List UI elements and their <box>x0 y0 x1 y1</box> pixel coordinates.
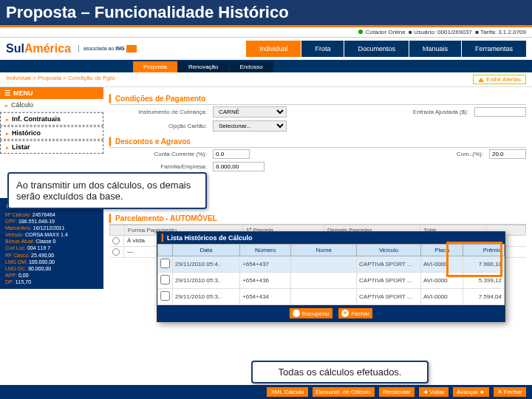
bottom-toolbar: XML Cálculo Demonst. de Cálculo Recalcul… <box>0 385 532 399</box>
sidebar: ☰ MENU Cálculo Inf. Contratuais Históric… <box>0 87 103 368</box>
ing-label: associada ao ING <box>78 45 137 52</box>
fechar-button[interactable]: ✕Fechar <box>338 308 372 318</box>
status-online: Cotador Online <box>366 29 406 35</box>
close-icon: ✕ <box>341 310 349 317</box>
status-user: Usuário: 0001/269037 <box>414 29 472 35</box>
exibir-alertas-button[interactable]: Exibir Alertas <box>473 75 526 84</box>
opcao-cartao-select[interactable]: Selecionar... <box>213 120 287 132</box>
alert-icon <box>478 78 484 82</box>
tab-documentos[interactable]: Documentos <box>344 41 409 57</box>
section-descontos: Descontos e Agravos <box>109 136 526 148</box>
demonst-button[interactable]: Demonst. de Cálculo <box>313 387 375 397</box>
logo-text: SulAmérica <box>6 42 71 55</box>
avancar-button[interactable]: Avançar ► <box>453 387 489 397</box>
status-tarifa: Tarifa: 3.1.2.0709 <box>480 29 526 35</box>
section-condicoes: Condições de Pagamento <box>109 93 526 105</box>
header: SulAmérica associada ao ING Individual F… <box>0 38 532 60</box>
menu-header: ☰ MENU <box>0 87 103 99</box>
tab-ferramentas[interactable]: Ferramentas <box>462 41 526 57</box>
tab-individual[interactable]: Individual <box>246 41 301 57</box>
row-checkbox[interactable] <box>160 275 170 284</box>
familia-input[interactable] <box>213 162 265 171</box>
seguro-panel: 🔒 SEGURO AUTOMÓVEL Nº Cálculo: 24576464C… <box>0 198 103 289</box>
com-label: Com.:(%): <box>451 151 489 157</box>
section-parcelamento: Parcelamento - AUTOMÓVEL <box>109 213 526 225</box>
main-tabs: Individual Frota Documentos Manuais Ferr… <box>246 41 526 57</box>
menu-inf-contratuais[interactable]: Inf. Contratuais <box>0 112 103 126</box>
historico-row[interactable]: 29/11/2010 05:3..+654+434CAPTIVA SPORT .… <box>158 289 505 305</box>
familia-label: Família/Empresa: <box>109 163 213 170</box>
subtab-endosso[interactable]: Endosso <box>230 61 273 72</box>
breadcrumb-bar: Individual > Proposta > Condição de Pgto… <box>0 72 532 87</box>
sub-tabs: Proposta Renovação Endosso <box>0 60 532 72</box>
conta-corrente-label: Conta Corrente (%): <box>109 151 213 157</box>
instr-cobranca-select[interactable]: CARNÊ <box>213 106 287 117</box>
voltar-button[interactable]: ◄ Voltar <box>419 387 449 397</box>
main-panel: Condições de Pagamento Instrumento de Co… <box>103 87 532 368</box>
instr-cobranca-label: Instrumento de Cobrança: <box>109 109 213 115</box>
status-bar: Cotador Online ■ Usuário: 0001/269037 ■ … <box>0 27 532 38</box>
tab-manuais[interactable]: Manuais <box>409 41 461 57</box>
breadcrumb: Individual > Proposta > Condição de Pgto <box>6 75 115 84</box>
row-checkbox[interactable] <box>160 259 170 268</box>
ing-icon <box>126 45 137 52</box>
entrada-input[interactable] <box>474 107 526 117</box>
com-input[interactable] <box>489 149 526 159</box>
callout-transmitir: Ao transmitir um dos cálculos, os demais… <box>7 172 207 209</box>
row-checkbox[interactable] <box>160 291 170 301</box>
recalcular-button[interactable]: Recalcular <box>379 387 415 397</box>
menu-listar[interactable]: Listar <box>0 140 103 154</box>
menu-historico[interactable]: Histórico <box>0 126 103 140</box>
menu-calculo[interactable]: Cálculo <box>0 99 103 112</box>
tab-frota[interactable]: Frota <box>301 41 344 57</box>
modal-footer: Recuperar ✕Fechar <box>157 305 505 321</box>
callout-todas: Todas os cálculos efetuados. <box>251 361 429 383</box>
conta-corrente-input[interactable] <box>213 149 250 159</box>
recuperar-button[interactable]: Recuperar <box>290 308 332 318</box>
slide-title: Proposta – Funcionalidade Histórico <box>0 0 532 27</box>
premio-highlight <box>446 242 502 277</box>
fechar-bottom-button[interactable]: ✕ Fechar <box>494 387 526 397</box>
logo: SulAmérica associada ao ING <box>6 42 137 55</box>
online-dot-icon <box>358 30 363 34</box>
subtab-renovacao[interactable]: Renovação <box>178 61 228 72</box>
subtab-proposta[interactable]: Proposta <box>133 61 177 72</box>
entrada-label: Entrada Ajustada ($): <box>407 109 474 115</box>
recuperar-icon <box>293 310 300 317</box>
opcao-cartao-label: Opção Cartão: <box>109 123 213 129</box>
xml-calculo-button[interactable]: XML Cálculo <box>267 387 307 397</box>
